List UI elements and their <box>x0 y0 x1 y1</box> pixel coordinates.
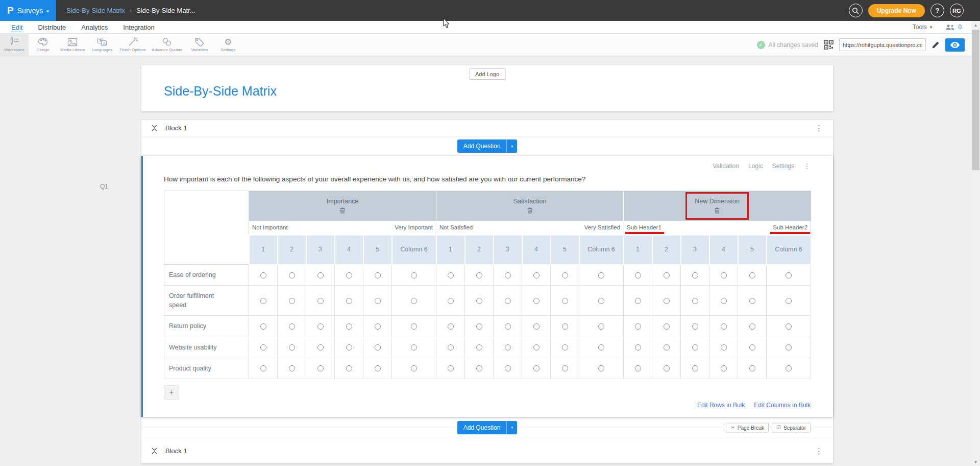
trash-icon[interactable] <box>527 207 532 214</box>
radio-option[interactable] <box>692 323 698 330</box>
toolbar-item-variables[interactable]: Variables <box>185 34 214 56</box>
radio-option[interactable] <box>448 272 454 278</box>
radio-option[interactable] <box>749 298 755 304</box>
page-break-button[interactable]: ✂ Page Break <box>726 423 769 432</box>
row-label[interactable]: Product quality <box>164 358 249 379</box>
radio-option[interactable] <box>346 323 352 330</box>
radio-option[interactable] <box>346 298 352 304</box>
dimension-header-satisfaction[interactable]: Satisfaction <box>436 191 624 221</box>
anchor-left[interactable]: Sub Header1 <box>627 224 662 230</box>
add-row-button[interactable]: + <box>164 385 179 400</box>
radio-option[interactable] <box>635 365 641 371</box>
radio-option[interactable] <box>692 272 698 278</box>
radio-option[interactable] <box>786 323 792 330</box>
trash-icon[interactable] <box>340 207 345 214</box>
question-card[interactable]: Validation Logic Settings ⋮ How importan… <box>141 156 833 417</box>
avatar[interactable]: RG <box>950 4 964 17</box>
toolbar-item-design[interactable]: Design <box>29 34 57 56</box>
radio-option[interactable] <box>260 323 266 330</box>
radio-option[interactable] <box>505 323 511 330</box>
dimension-title[interactable]: Importance <box>327 198 359 205</box>
radio-option[interactable] <box>448 365 454 371</box>
radio-option[interactable] <box>476 298 482 304</box>
radio-option[interactable] <box>721 272 727 278</box>
toolbar-item-media-library[interactable]: Media Library <box>57 34 88 56</box>
radio-option[interactable] <box>505 272 511 278</box>
radio-option[interactable] <box>476 344 482 351</box>
radio-option[interactable] <box>411 323 417 330</box>
row-label[interactable]: Website usability <box>164 337 249 358</box>
radio-option[interactable] <box>598 344 604 351</box>
radio-option[interactable] <box>448 344 454 351</box>
radio-option[interactable] <box>786 365 792 371</box>
radio-option[interactable] <box>635 298 641 304</box>
radio-option[interactable] <box>476 365 482 371</box>
radio-option[interactable] <box>317 298 324 304</box>
scale-header[interactable]: Column 6 <box>767 235 811 265</box>
radio-option[interactable] <box>289 344 295 351</box>
row-label[interactable]: Ease of ordering <box>164 265 249 286</box>
radio-option[interactable] <box>664 365 670 371</box>
scale-header[interactable]: 5 <box>738 235 767 265</box>
question-settings-link[interactable]: Settings <box>772 162 794 170</box>
radio-option[interactable] <box>749 344 755 351</box>
toolbar-item-advance-quotas[interactable]: Advance Quotas <box>149 34 185 56</box>
dimension-header-importance[interactable]: Importance <box>249 191 436 221</box>
radio-option[interactable] <box>598 298 604 304</box>
breadcrumb-parent-link[interactable]: Side-By-Side Matrix <box>66 7 125 14</box>
radio-option[interactable] <box>562 298 568 304</box>
row-label[interactable]: Return policy <box>164 316 249 337</box>
radio-option[interactable] <box>721 344 727 351</box>
toolbar-item-settings[interactable]: ⚙ Settings <box>214 34 242 56</box>
radio-option[interactable] <box>533 272 540 278</box>
trash-icon[interactable] <box>715 207 720 214</box>
scale-header[interactable]: 3 <box>494 235 522 265</box>
radio-option[interactable] <box>260 365 266 371</box>
add-question-caret[interactable]: ▾ <box>506 421 517 434</box>
radio-option[interactable] <box>562 344 568 351</box>
radio-option[interactable] <box>786 272 792 278</box>
radio-option[interactable] <box>635 344 641 351</box>
radio-option[interactable] <box>260 298 266 304</box>
scale-header[interactable]: 1 <box>624 235 652 265</box>
question-menu-dots[interactable]: ⋮ <box>803 162 811 170</box>
tab-integration[interactable]: Integration <box>123 24 154 31</box>
scroll-up-arrow[interactable]: ▲ <box>971 21 980 29</box>
anchor-right[interactable]: Very Satisfied <box>584 224 620 230</box>
scale-header[interactable]: 4 <box>335 235 363 265</box>
radio-option[interactable] <box>260 344 266 351</box>
dimension-header-new-dimension[interactable]: New Dimension <box>624 191 811 221</box>
upgrade-now-button[interactable]: Upgrade Now <box>868 4 925 17</box>
add-question-button[interactable]: Add Question ▾ <box>457 421 518 434</box>
scale-header[interactable]: 1 <box>249 235 278 265</box>
scale-header[interactable]: 5 <box>363 235 392 265</box>
page-scrollbar[interactable]: ▲ ▼ <box>971 21 980 466</box>
edit-rows-in-bulk-link[interactable]: Edit Rows in Bulk <box>697 402 745 409</box>
add-logo-button[interactable]: Add Logo <box>469 68 505 80</box>
radio-option[interactable] <box>317 323 324 330</box>
radio-option[interactable] <box>448 323 454 330</box>
scale-header[interactable]: 4 <box>709 235 738 265</box>
radio-option[interactable] <box>505 344 511 351</box>
radio-option[interactable] <box>533 344 540 351</box>
radio-option[interactable] <box>786 344 792 351</box>
radio-option[interactable] <box>749 365 755 371</box>
radio-option[interactable] <box>635 272 641 278</box>
collapse-block-icon[interactable] <box>152 125 157 131</box>
separator-button[interactable]: ☑ Separator <box>772 423 811 432</box>
dimension-title[interactable]: New Dimension <box>695 198 740 205</box>
radio-option[interactable] <box>692 298 698 304</box>
add-question-button[interactable]: Add Question ▾ <box>457 139 518 153</box>
radio-option[interactable] <box>375 298 381 304</box>
anchor-left[interactable]: Not Important <box>252 224 288 230</box>
dimension-title[interactable]: Satisfaction <box>513 198 547 205</box>
block-menu-dots[interactable]: ⋮ <box>815 124 823 132</box>
question-validation-link[interactable]: Validation <box>713 162 739 170</box>
radio-option[interactable] <box>721 365 727 371</box>
collapse-block-icon[interactable] <box>152 448 157 454</box>
radio-option[interactable] <box>289 298 295 304</box>
radio-option[interactable] <box>375 365 381 371</box>
tab-edit[interactable]: Edit <box>11 24 22 31</box>
help-button[interactable]: ? <box>930 4 944 17</box>
scroll-down-arrow[interactable]: ▼ <box>971 458 980 466</box>
